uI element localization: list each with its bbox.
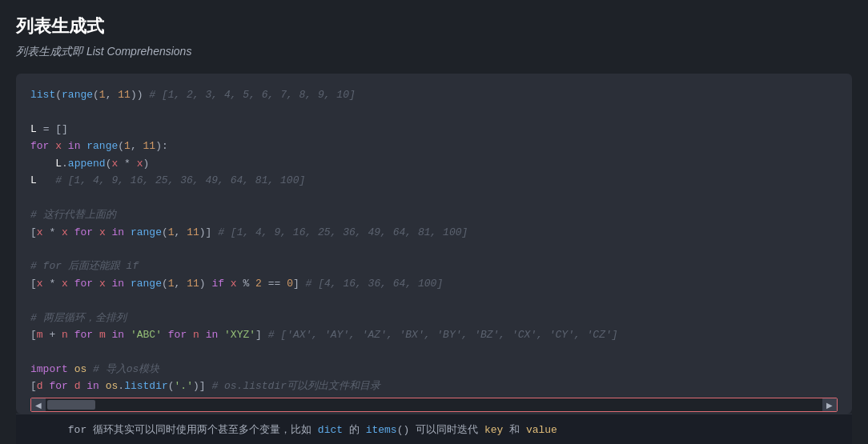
- code-line-10: [30, 241, 838, 258]
- scrollbar-track[interactable]: [46, 398, 822, 411]
- code-area: list(range(1, 11)) # [1, 2, 3, 4, 5, 6, …: [30, 86, 838, 394]
- code-line-8: # 这行代替上面的: [30, 206, 838, 223]
- page-container: 列表生成式 列表生成式即 List Comprehensions list(ra…: [0, 0, 868, 444]
- scrollbar-thumb[interactable]: [47, 400, 95, 410]
- right-arrow-icon: ▶: [826, 401, 833, 410]
- code-line-11: # for 后面还能跟 if: [30, 258, 838, 274]
- code-line-9: [x * x for x in range(1, 11)] # [1, 4, 9…: [30, 224, 838, 241]
- code-line-15: [m + n for m in 'ABC' for n in 'XYZ'] # …: [30, 326, 838, 343]
- code-line-5: L.append(x * x): [30, 155, 838, 172]
- code-block: list(range(1, 11)) # [1, 2, 3, 4, 5, 6, …: [16, 74, 852, 414]
- code-line-17: import os # 导入os模块: [30, 361, 838, 378]
- code-line-14: # 两层循环，全排列: [30, 310, 838, 326]
- bottom-bar-text: for 循环其实可以同时使用两个甚至多个变量，比如 dict 的 items()…: [30, 410, 557, 445]
- horizontal-scrollbar[interactable]: ◀ ▶: [30, 398, 838, 412]
- code-line-18: [d for d in os.listdir('.')] # os.listdi…: [30, 378, 838, 394]
- scrollbar-left-button[interactable]: ◀: [31, 398, 46, 411]
- code-line-16: [30, 344, 838, 361]
- code-line-4: for x in range(1, 11):: [30, 138, 838, 154]
- code-line-12: [x * x for x in range(1, 11) if x % 2 ==…: [30, 275, 838, 292]
- code-line-6: L # [1, 4, 9, 16, 25, 36, 49, 64, 81, 10…: [30, 172, 838, 189]
- left-arrow-icon: ◀: [35, 401, 42, 410]
- page-title: 列表生成式: [16, 14, 852, 38]
- code-line-7: [30, 190, 838, 206]
- scrollbar-right-button[interactable]: ▶: [822, 398, 837, 411]
- code-line-1: list(range(1, 11)) # [1, 2, 3, 4, 5, 6, …: [30, 86, 838, 103]
- code-line-2: [30, 103, 838, 120]
- code-line-3: L = []: [30, 121, 838, 138]
- code-line-13: [30, 292, 838, 309]
- page-subtitle: 列表生成式即 List Comprehensions: [16, 45, 852, 59]
- bottom-bar: for 循环其实可以同时使用两个甚至多个变量，比如 dict 的 items()…: [16, 414, 852, 444]
